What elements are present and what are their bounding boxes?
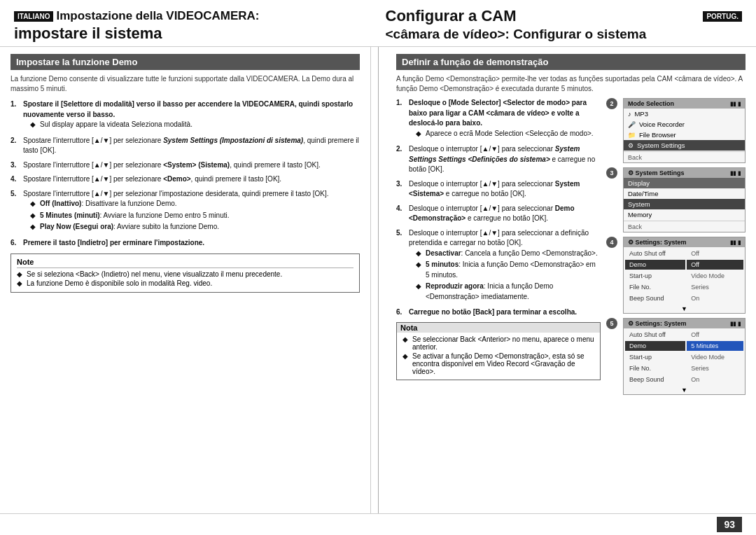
diamond-icon: ◆ <box>30 222 37 232</box>
step-5-content: Spostare l'interruttore [▲/▼] per selezi… <box>23 189 329 234</box>
battery-icon: ▮▮ <box>730 239 736 246</box>
screen-5-title: ⚙ Settings: System <box>628 320 687 327</box>
voice-recorder-item[interactable]: 🎤 Voice Recorder <box>624 119 745 130</box>
step-4-num: 4. <box>10 174 20 185</box>
diamond-icon: ◆ <box>402 352 410 375</box>
table-row-selected: Demo 5 Minutes <box>625 341 743 351</box>
left-steps: 1. Spostare il [Selettore di modalità] v… <box>10 99 360 248</box>
right-main: 1. Desloque o [Mode Selector] <Selector … <box>396 98 746 395</box>
main-content: Impostare la funzione Demo La funzione D… <box>0 47 756 513</box>
datetime-item[interactable]: Date/Time <box>624 188 745 199</box>
screen-3-wrapper: 3 ⚙ System Settings ▮▮ ▮ Display Date/Ti… <box>606 167 746 232</box>
camara-subtitle: <câmara de vídeo>: Configurar o sistema <box>386 27 743 42</box>
r-step-2-content: Desloque o interruptor [▲/▼] para selecc… <box>409 144 601 175</box>
step-5-bullet-1: ◆ Off (Inattivo): Disattivare la funzion… <box>30 199 329 209</box>
note-box: Note ◆ Se si seleziona <Back> (Indietro)… <box>10 253 360 293</box>
system-settings-item[interactable]: ⚙ System Settings <box>624 140 745 151</box>
nota-title: Nota <box>397 323 600 333</box>
scroll-indicator: ▼ <box>624 305 745 313</box>
diamond-icon: ◆ <box>30 211 37 221</box>
table-row: Beep SoundOn <box>625 293 743 303</box>
table-row: Start-upVideo Mode <box>625 271 743 281</box>
right-steps-text: 1. Desloque o [Mode Selector] <Selector … <box>396 98 601 395</box>
header: ITALIANO Impostazione della VIDEOCAMERA:… <box>0 0 756 47</box>
diamond-icon: ◆ <box>17 270 24 278</box>
diamond-icon: ◆ <box>402 335 410 351</box>
r-step-5-bullet-1: ◆ Desactivar: Cancela a função Demo <Dem… <box>416 249 601 259</box>
right-intro: A função Demo <Demonstração> permite-lhe… <box>396 74 746 94</box>
r-step-6-num: 6. <box>396 307 406 318</box>
r-step-3-content: Desloque o interruptor [▲/▼] para selecc… <box>409 179 601 200</box>
step-4: 4. Spostare l'interruttore [▲/▼] per sel… <box>10 174 360 185</box>
table-row: Auto Shut offOff <box>625 249 743 258</box>
header-title-line1: Impostazione della VIDEOCAMERA: <box>56 9 259 23</box>
r-step-4-num: 4. <box>396 204 406 224</box>
diamond-icon: ◆ <box>416 282 423 302</box>
nota-item-1: ◆ Se seleccionar Back <Anterior> no menu… <box>402 335 594 351</box>
r-step-4: 4. Desloque o interruptor [▲/▼] para sel… <box>396 204 601 224</box>
diamond-icon: ◆ <box>30 199 37 209</box>
step-2-num: 2. <box>10 136 20 156</box>
r-step-2-num: 2. <box>396 144 406 175</box>
system-item[interactable]: System <box>624 199 745 209</box>
r-step-1-bullet: ◆ Aparece o ecrã Mode Selection <Selecçã… <box>416 129 601 139</box>
header-left: ITALIANO Impostazione della VIDEOCAMERA:… <box>14 9 371 42</box>
r-step-4-content: Desloque o interruptor [▲/▼] para selecc… <box>409 204 601 224</box>
screen-3-back[interactable]: Back <box>624 222 745 232</box>
step-3-content: Spostare l'interruttore [▲/▼] per selezi… <box>23 160 321 171</box>
screen-5: ⚙ Settings: System ▮▮ ▮ Auto Shut offOff… <box>623 318 746 395</box>
r-step-5-num: 5. <box>396 228 406 304</box>
display-item[interactable]: Display <box>624 178 745 188</box>
settings-icon: ⚙ <box>628 142 634 149</box>
diamond-icon: ◆ <box>416 260 423 280</box>
nota-item-2: ◆ Se activar a função Demo <Demonstração… <box>402 352 594 375</box>
main-divider <box>378 47 379 513</box>
screen-panels: 2 Mode Selection ▮▮ ▮ ♪ <box>606 98 746 395</box>
screen-3-title: ⚙ System Settings <box>628 169 685 176</box>
page: ITALIANO Impostazione della VIDEOCAMERA:… <box>0 0 756 535</box>
signal-icon: ▮ <box>738 170 741 176</box>
screen-4: ⚙ Settings: System ▮▮ ▮ Auto Shut offOff… <box>623 237 746 314</box>
screen-3-step: 3 <box>606 167 617 179</box>
step-5-num: 5. <box>10 189 20 234</box>
r-step-5-bullet-3: ◆ Reproduzir agora: Inicia a função Demo… <box>416 282 601 302</box>
battery-icon: ▮▮ <box>730 101 736 107</box>
screen-2-step: 2 <box>606 98 617 109</box>
signal-icon: ▮ <box>738 239 741 246</box>
mp3-item[interactable]: ♪ MP3 <box>624 109 745 119</box>
screen-2-back[interactable]: Back <box>624 153 745 162</box>
diamond-icon: ◆ <box>416 129 423 139</box>
screen-2-icons: ▮▮ ▮ <box>730 101 741 107</box>
table-row: Start-upVideo Mode <box>625 352 743 362</box>
table-row: Beep SoundOn <box>625 375 743 384</box>
diamond-icon: ◆ <box>30 120 37 130</box>
screen-2-wrapper: 2 Mode Selection ▮▮ ▮ ♪ <box>606 98 746 163</box>
note-item-2: ◆ La funzione Demo è disponibile solo in… <box>17 279 354 287</box>
r-step-3: 3. Desloque o interruptor [▲/▼] para sel… <box>396 179 601 200</box>
step-6-num: 6. <box>10 238 20 249</box>
step-4-content: Spostare l'interruttore [▲/▼] per selezi… <box>23 174 281 185</box>
step-6-content: Premere il tasto [Indietro] per erminare… <box>23 238 204 249</box>
step-1-content: Spostare il [Selettore di modalità] vers… <box>23 99 360 132</box>
table-row: File No.Series <box>625 282 743 292</box>
left-intro: La funzione Demo consente di visualizzar… <box>10 74 360 94</box>
header-title-line2: impostare il sistema <box>14 25 371 42</box>
screen-4-wrapper: 4 ⚙ Settings: System ▮▮ ▮ Auto Shut offO <box>606 237 746 314</box>
file-browser-item[interactable]: 📁 File Browser <box>624 130 745 140</box>
step-1-num: 1. <box>10 99 20 132</box>
screen-3-divider <box>624 221 745 221</box>
right-section-header: Definir a função de demonstração <box>396 54 746 70</box>
memory-item[interactable]: Memory <box>624 209 745 220</box>
r-step-5: 5. Desloque o interruptor [▲/▼] para sel… <box>396 228 601 304</box>
folder-icon: 📁 <box>628 132 636 139</box>
right-steps: 1. Desloque o [Mode Selector] <Selector … <box>396 98 601 318</box>
step-2: 2. Spostare l'interruttore [▲/▼] per sel… <box>10 136 360 156</box>
step-3: 3. Spostare l'interruttore [▲/▼] per sel… <box>10 160 360 171</box>
r-step-5-bullet-2: ◆ 5 minutos: Inicia a função Demo <Demon… <box>416 260 601 280</box>
note-item-1: ◆ Se si seleziona <Back> (Indietro) nel … <box>17 270 354 278</box>
step-6: 6. Premere il tasto [Indietro] per ermin… <box>10 238 360 249</box>
footer: 93 <box>0 513 756 535</box>
r-step-6-content: Carregue no botão [Back] para terminar a… <box>409 307 577 318</box>
screen-4-header: ⚙ Settings: System ▮▮ ▮ <box>624 237 745 247</box>
screen-3-header: ⚙ System Settings ▮▮ ▮ <box>624 168 745 178</box>
